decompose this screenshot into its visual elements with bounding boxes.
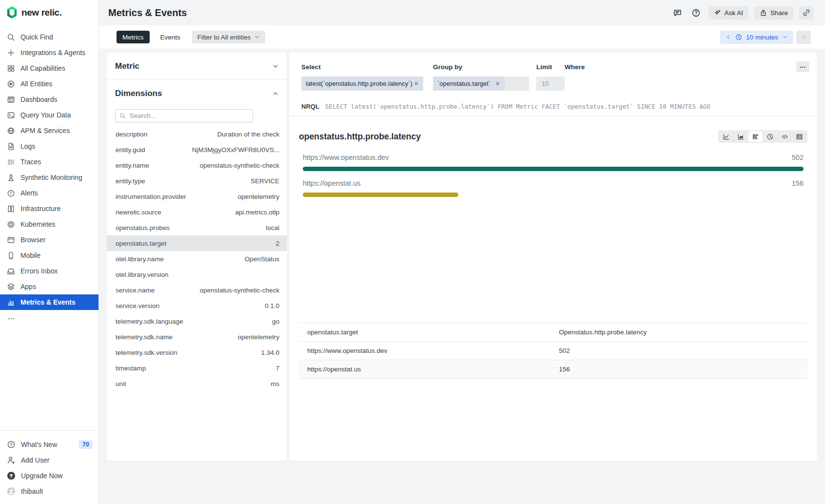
- search-input[interactable]: [129, 112, 249, 120]
- chart-type-area-chart[interactable]: [734, 131, 748, 142]
- dashboard-icon: [7, 96, 15, 104]
- chart-type-pie[interactable]: [763, 131, 777, 142]
- dimension-row-timestamp[interactable]: timestamp7: [107, 360, 287, 376]
- limit-input[interactable]: 10: [536, 77, 565, 91]
- chevron-left-icon[interactable]: [726, 34, 731, 40]
- avatar-icon: [7, 487, 16, 496]
- footer-item-label: Upgrade Now: [21, 472, 63, 480]
- chart-type-code[interactable]: [778, 131, 792, 142]
- sidebar-item-query-your-data[interactable]: Query Your Data: [0, 107, 98, 123]
- dimension-value: opentelemetry: [237, 333, 279, 341]
- sidebar-item-all-entities[interactable]: All Entities: [0, 76, 98, 92]
- sidebar-item-all-capabilities[interactable]: All Capabilities: [0, 60, 98, 76]
- dimensions-section-header[interactable]: Dimensions: [107, 80, 287, 107]
- dimension-row-telemetry-sdk-name[interactable]: telemetry.sdk.nameopentelemetry: [107, 329, 287, 345]
- metric-section-header[interactable]: Metric: [107, 53, 287, 80]
- infra-icon: [7, 205, 15, 213]
- time-forward-button[interactable]: [796, 31, 811, 44]
- dimension-row-newrelic-source[interactable]: newrelic.sourceapi.metrics.otlp: [107, 204, 287, 220]
- sidebar-item-apm-services[interactable]: APM & Services: [0, 123, 98, 138]
- help-icon[interactable]: ?: [690, 6, 703, 19]
- sidebar-item-dashboards[interactable]: Dashboards: [0, 92, 98, 107]
- dimension-row-entity-type[interactable]: entity.typeSERVICE: [107, 173, 287, 189]
- dimension-row-openstatus-probes[interactable]: openstatus.probeslocal: [107, 220, 287, 235]
- sidebar-item-label: Alerts: [20, 189, 38, 197]
- entity-filter-button[interactable]: Filter to All entities: [192, 31, 266, 43]
- groupby-chip[interactable]: `openstatus.target`: [433, 77, 505, 91]
- bar-row-https-openstat-us[interactable]: https://openstat.us156: [303, 178, 804, 197]
- share-button[interactable]: Share: [754, 6, 793, 19]
- sidebar-footer-thibault[interactable]: thibault: [0, 484, 98, 499]
- dimension-row-description[interactable]: descriptionDuration of the check: [107, 126, 287, 142]
- tab-events[interactable]: Events: [160, 34, 180, 41]
- ask-ai-button[interactable]: Ask AI: [708, 6, 748, 19]
- table-row[interactable]: https://www.openstatus.dev502: [299, 342, 807, 360]
- remove-select-icon[interactable]: [413, 81, 419, 86]
- sidebar-item-synthetic-monitoring[interactable]: Synthetic Monitoring: [0, 170, 98, 185]
- sidebar-item-apps[interactable]: Apps: [0, 279, 98, 294]
- sidebar-footer-upgrade-now[interactable]: Upgrade Now: [0, 468, 98, 484]
- sidebar-item-integrations-agents[interactable]: Integrations & Agents: [0, 45, 98, 60]
- table-header-openstatus-target[interactable]: openstatus.target: [299, 323, 550, 342]
- sidebar-item-traces[interactable]: Traces: [0, 154, 98, 170]
- bar-fill: [303, 167, 804, 171]
- query-builder: Select latest(`openstatus.http.probe.lat…: [289, 53, 817, 116]
- remove-groupby-icon[interactable]: [495, 81, 500, 86]
- sidebar-item-label: Dashboards: [20, 96, 58, 103]
- brand-logo[interactable]: new relic.: [0, 0, 98, 24]
- sidebar-footer-add-user[interactable]: Add User: [0, 452, 98, 468]
- sidebar-item-errors-inbox[interactable]: Errors Inbox: [0, 263, 98, 279]
- permalink-icon[interactable]: [799, 6, 813, 19]
- sidebar-footer-what-s-new[interactable]: ?What's New70: [0, 437, 98, 452]
- dimension-name: otel.library.name: [116, 255, 164, 263]
- dimension-row-service-name[interactable]: service.nameopenstatus-synthetic-check: [107, 282, 287, 298]
- query-more-button[interactable]: ⋯: [796, 61, 809, 72]
- nrql-query-text[interactable]: SELECT latest(`openstatus.http.probe.lat…: [325, 103, 710, 110]
- bar-chart: https://www.openstatus.dev502https://ope…: [299, 153, 807, 197]
- tab-metrics[interactable]: Metrics: [117, 31, 150, 43]
- dimension-search[interactable]: [115, 109, 253, 122]
- chart-type-line-chart[interactable]: [719, 131, 733, 142]
- sidebar-item-infrastructure[interactable]: Infrastructure: [0, 201, 98, 216]
- sidebar-item-kubernetes[interactable]: Kubernetes: [0, 216, 98, 232]
- dimension-row-otel-library-version[interactable]: otel.library.version: [107, 267, 287, 282]
- sidebar: new relic. Quick FindIntegrations & Agen…: [0, 0, 99, 504]
- sidebar-footer: ?What's New70Add UserUpgrade Nowthibault: [0, 430, 98, 504]
- dimension-row-unit[interactable]: unitms: [107, 376, 287, 391]
- chart-type-barh[interactable]: [748, 131, 763, 142]
- sidebar-item-browser[interactable]: Browser: [0, 232, 98, 248]
- sparkle-icon: [714, 9, 721, 17]
- dimension-row-instrumentation-provider[interactable]: instrumentation.provideropentelemetry: [107, 189, 287, 204]
- select-chip[interactable]: latest(`openstatus.http.probe.latency`): [301, 77, 423, 91]
- sidebar-item-label: Metrics & Events: [20, 298, 76, 306]
- table-row[interactable]: https://openstat.us156: [299, 360, 807, 379]
- table-header-openstatus-http-probe-latency[interactable]: Openstatus.http.probe.latency: [550, 323, 807, 342]
- sidebar-item-label: All Entities: [20, 80, 52, 88]
- sidebar-item-metrics-events[interactable]: Metrics & Events: [0, 294, 98, 310]
- dimension-row-openstatus-target[interactable]: openstatus.target2: [107, 235, 287, 251]
- dimensions-panel: Metric Dimensions descriptionDuration of…: [107, 53, 287, 461]
- time-range-button[interactable]: 10 minutes: [720, 31, 793, 44]
- dimension-row-entity-name[interactable]: entity.nameopenstatus-synthetic-check: [107, 157, 287, 173]
- dimension-row-otel-library-name[interactable]: otel.library.nameOpenStatus: [107, 251, 287, 267]
- sidebar-item-label: Synthetic Monitoring: [20, 174, 82, 181]
- dimension-row-entity-guid[interactable]: entity.guidNjM3MjgyOXxFWFR8U0VS...: [107, 142, 287, 157]
- alert-icon: [7, 189, 15, 197]
- sidebar-item-mobile[interactable]: Mobile: [0, 248, 98, 263]
- sidebar-item-quick-find[interactable]: Quick Find: [0, 29, 98, 45]
- dimension-row-telemetry-sdk-version[interactable]: telemetry.sdk.version1.34.0: [107, 345, 287, 360]
- bar-row-https-www-openstatus-dev[interactable]: https://www.openstatus.dev502: [303, 153, 804, 171]
- groupby-control[interactable]: `openstatus.target`: [433, 77, 529, 91]
- sidebar-item-logs[interactable]: Logs: [0, 138, 98, 154]
- sidebar-more-button[interactable]: ...: [0, 310, 98, 321]
- dimension-row-service-version[interactable]: service.version0.1.0: [107, 298, 287, 313]
- dimension-value: openstatus-synthetic-check: [199, 287, 279, 294]
- feedback-comment-icon[interactable]: [671, 6, 684, 19]
- bar-value: 156: [792, 179, 804, 187]
- inbox-icon: [7, 267, 15, 275]
- chart-type-table-icon[interactable]: [792, 131, 806, 142]
- dimension-name: service.name: [116, 287, 155, 294]
- top-actions: ? Ask AI Share: [671, 6, 813, 19]
- dimension-row-telemetry-sdk-language[interactable]: telemetry.sdk.languagego: [107, 313, 287, 329]
- sidebar-item-alerts[interactable]: Alerts: [0, 185, 98, 201]
